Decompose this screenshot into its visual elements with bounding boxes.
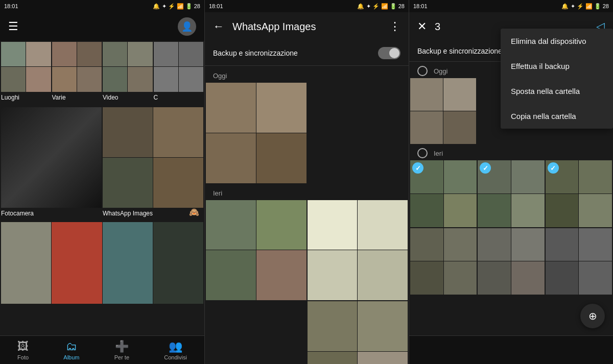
today-section-label: Oggi <box>205 66 409 83</box>
status-bar-3: 18:01 🔔 ✦ ⚡ 📶 🔋 28 <box>409 0 613 12</box>
yesterday-photo-1[interactable] <box>206 200 306 301</box>
today-label-3: Oggi <box>434 67 447 75</box>
status-icons-3: 🔔 ✦ ⚡ 📶 🔋 28 <box>561 3 609 10</box>
back-button[interactable]: ← <box>213 20 224 33</box>
more-button[interactable]: ⋮ <box>389 20 400 33</box>
album-luoghi[interactable]: Luoghi <box>1 42 51 105</box>
today-photos <box>205 83 409 183</box>
today-radio[interactable] <box>417 66 428 76</box>
dropdown-menu: Elimina dal dispositivo Effettua il back… <box>501 29 613 129</box>
panel-album: 18:01 🔔 ✦ ⚡ 📶 🔋 28 ☰ 👤 Luoghi <box>0 0 204 364</box>
album-fotocamera[interactable]: Fotocamera <box>1 107 102 221</box>
nav-condivisi[interactable]: 👥 Condivisi <box>164 340 187 360</box>
album-video-label: Video <box>103 92 153 105</box>
select-photo-2[interactable]: ✓ <box>478 160 544 227</box>
avatar[interactable]: 👤 <box>178 17 196 36</box>
album-whatsapp-images[interactable]: 🙈 WhatsApp Images <box>103 107 203 221</box>
status-icons-1: 🔔 ✦ ⚡ 📶 🔋 28 <box>153 3 200 10</box>
album-varie[interactable]: Varie <box>52 42 102 105</box>
yesterday-photos <box>205 200 409 365</box>
hidden-camera-icon: 🙈 <box>189 207 199 217</box>
nav-condivisi-icon: 👥 <box>169 340 182 353</box>
album-c-label: C <box>154 92 204 105</box>
album-luoghi-label: Luoghi <box>1 92 51 105</box>
panel-selection: 18:01 🔔 ✦ ⚡ 📶 🔋 28 ✕ 3 ◁ Backup e sincro… <box>409 0 613 364</box>
status-icons-2: 🔔 ✦ ⚡ 📶 🔋 28 <box>357 3 405 10</box>
nav-foto-label: Foto <box>17 354 29 360</box>
panel-detail: 18:01 🔔 ✦ ⚡ 📶 🔋 28 ← WhatsApp Images ⋮ B… <box>204 0 409 364</box>
select-photo-3[interactable]: ✓ <box>546 160 612 227</box>
yesterday-photos-select: ✓ ✓ ✓ <box>409 160 613 227</box>
toggle-thumb <box>389 48 399 58</box>
album-varie-label: Varie <box>52 92 102 105</box>
album-bottom[interactable] <box>0 222 204 304</box>
check-3: ✓ <box>548 162 559 174</box>
status-bar-1: 18:01 🔔 ✦ ⚡ 📶 🔋 28 <box>0 0 204 12</box>
nav-condivisi-label: Condivisi <box>164 354 187 360</box>
backup-row: Backup e sincronizzazione <box>205 41 409 66</box>
menu-item-elimina[interactable]: Elimina dal dispositivo <box>501 29 613 54</box>
yesterday-photos-more <box>409 228 613 295</box>
more-photo-1[interactable] <box>410 228 477 295</box>
panel2-content: Backup e sincronizzazione Oggi Ieri <box>205 41 409 364</box>
yesterday-section-label: Ieri <box>205 183 409 200</box>
panel2-title: WhatsApp Images <box>232 21 381 33</box>
backup-toggle[interactable] <box>378 47 400 59</box>
nav-album-label: Album <box>63 354 79 360</box>
album-video[interactable]: Video <box>103 42 153 105</box>
menu-item-copia[interactable]: Copia nella cartella <box>501 104 613 129</box>
nav-perte[interactable]: ➕ Per te <box>114 340 129 360</box>
more-photo-3[interactable] <box>546 228 612 295</box>
album-c[interactable]: C <box>154 42 204 105</box>
nav-perte-icon: ➕ <box>115 340 129 353</box>
menu-item-backup[interactable]: Effettua il backup <box>501 54 613 79</box>
bottom-nav-3 <box>409 335 613 364</box>
nav-foto-icon: 🖼 <box>17 340 29 353</box>
nav-album[interactable]: 🗂 Album <box>63 340 79 360</box>
status-bar-2: 18:01 🔔 ✦ ⚡ 📶 🔋 28 <box>205 0 409 12</box>
nav-foto[interactable]: 🖼 Foto <box>17 340 29 360</box>
more-photo-2[interactable] <box>478 228 544 295</box>
today-photo-1[interactable] <box>206 83 306 183</box>
menu-item-sposta[interactable]: Sposta nella cartella <box>501 79 613 104</box>
backup-label: Backup e sincronizzazione <box>213 49 298 57</box>
zoom-icon: ⊕ <box>588 310 597 322</box>
album-fotocamera-label: Fotocamera <box>1 208 102 221</box>
time-3: 18:01 <box>413 3 428 9</box>
hamburger-icon[interactable]: ☰ <box>8 20 18 33</box>
bottom-nav: 🖼 Foto 🗂 Album ➕ Per te 👥 Condivisi <box>0 335 204 364</box>
select-photo-1[interactable]: ✓ <box>410 160 477 227</box>
yesterday-selection-row: Ieri <box>409 144 613 160</box>
yesterday-photo-2[interactable] <box>308 200 408 301</box>
album-whatsapp-label: WhatsApp Images <box>103 208 203 221</box>
yesterday-photo-3[interactable] <box>308 301 408 364</box>
album-second-row: Fotocamera 🙈 WhatsApp Images <box>0 106 204 222</box>
time-2: 18:01 <box>209 3 223 9</box>
nav-album-icon: 🗂 <box>66 340 77 353</box>
zoom-fab[interactable]: ⊕ <box>580 304 605 328</box>
panel2-toolbar: ← WhatsApp Images ⋮ <box>205 12 409 41</box>
nav-perte-label: Per te <box>114 354 129 360</box>
yesterday-radio[interactable] <box>417 148 428 158</box>
today-photo-3[interactable] <box>410 78 476 144</box>
yesterday-label-3: Ieri <box>434 150 443 157</box>
category-grid: Luoghi Varie Video <box>0 41 204 106</box>
close-button[interactable]: ✕ <box>417 20 427 33</box>
time-1: 18:01 <box>4 3 18 9</box>
backup-label-3: Backup e sincronizzazione <box>417 47 502 55</box>
panel1-topbar: ☰ 👤 <box>0 12 204 41</box>
